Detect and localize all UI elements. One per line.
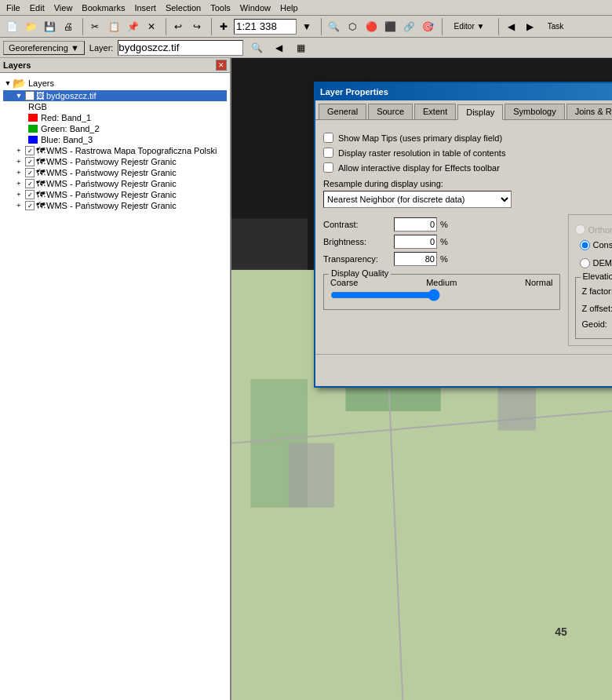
menu-selection[interactable]: Selection — [161, 2, 206, 14]
layer-green[interactable]: Green: Band_2 — [3, 123, 227, 134]
blue-swatch — [28, 136, 38, 144]
contrast-unit: % — [440, 220, 448, 229]
copy-button[interactable]: 📋 — [105, 18, 122, 35]
nav-button[interactable]: ◀ — [502, 18, 519, 35]
menu-view[interactable]: View — [49, 2, 78, 14]
layer-wms[interactable]: + ✓ 🗺 WMS - Państwowy Rejestr Granic — [3, 167, 227, 178]
separator2 — [163, 18, 166, 35]
expand-icon-wms: + — [14, 168, 24, 177]
contrast-input[interactable] — [394, 217, 437, 232]
redo-button[interactable]: ↪ — [188, 18, 206, 35]
contrast-row: Contrast: % — [323, 217, 560, 232]
add-data-button[interactable]: ✚ — [215, 18, 232, 35]
tab-extent[interactable]: Extent — [414, 104, 456, 119]
save-button[interactable]: 💾 — [41, 18, 58, 35]
layer-wms[interactable]: + ✓ 🗺 WMS - Państwowy Rejestr Granic — [3, 200, 227, 211]
display-raster-checkbox[interactable] — [323, 148, 333, 158]
layer-wms[interactable]: + ✓ 🗺 WMS - Państwowy Rejestr Granic — [3, 156, 227, 167]
menu-window[interactable]: Window — [235, 2, 275, 14]
tool5[interactable]: 🔗 — [400, 18, 417, 35]
menu-bookmarks[interactable]: Bookmarks — [77, 2, 129, 14]
quality-slider[interactable] — [330, 289, 440, 301]
quality-labels: Coarse Medium Normal — [330, 278, 553, 287]
checkbox-wms[interactable]: ✓ — [25, 190, 35, 199]
blue-label: Blue: Band_3 — [41, 135, 93, 144]
tool3[interactable]: 🔴 — [362, 18, 380, 35]
tab-symbology[interactable]: Symbology — [505, 104, 564, 119]
transparency-input[interactable] — [394, 252, 437, 266]
const-elev-row: Constant elevation: — [575, 238, 613, 252]
layer-root-group[interactable]: ▼ 📂 Layers — [3, 76, 227, 90]
menu-tools[interactable]: Tools — [206, 2, 235, 14]
tab-display[interactable]: Display — [457, 104, 503, 120]
quality-medium: Medium — [426, 278, 457, 287]
const-elev-radio[interactable] — [580, 240, 590, 250]
checkbox-wms[interactable]: ✓ — [25, 201, 35, 210]
open-button[interactable]: 📁 — [22, 18, 39, 35]
nav3-button[interactable]: ◀ — [270, 39, 287, 57]
resample-section: Resample during display using: Nearest N… — [323, 179, 612, 208]
layer-bydgoszcz[interactable]: ▼ ✓ 🖼 bydgoszcz.tif — [3, 90, 227, 101]
wms-label: WMS - Państwowy Rejestr Granic — [46, 179, 177, 188]
checkbox-wms[interactable]: ✓ — [25, 146, 35, 155]
delete-button[interactable]: ✕ — [143, 18, 160, 35]
nav4-button[interactable]: ▦ — [292, 39, 309, 57]
dem-radio[interactable] — [580, 258, 590, 268]
menu-edit[interactable]: Edit — [25, 2, 49, 14]
layer-rgb[interactable]: RGB — [3, 101, 227, 112]
georef-bar: Georeferencing ▼ Layer: 🔍 ◀ ▦ — [0, 38, 612, 58]
layer-wms[interactable]: + ✓ 🗺 WMS - Państwowy Rejestr Granic — [3, 178, 227, 189]
tool4[interactable]: ⬛ — [381, 18, 399, 35]
layer-tree: ▼ 📂 Layers ▼ ✓ 🖼 bydgoszcz.tif RGB Red: … — [0, 73, 230, 700]
zoom-layer-button[interactable]: 🔍 — [248, 39, 265, 57]
separator5 — [439, 18, 443, 35]
editor-dropdown[interactable]: Editor ▼ — [446, 18, 493, 35]
layer-properties-dialog: Layer Properties ? ✕ General Source Exte… — [314, 82, 612, 388]
georef-button[interactable]: Georeferencing ▼ — [3, 41, 85, 55]
panel-close-button[interactable]: ✕ — [216, 60, 227, 71]
paste-button[interactable]: 📌 — [124, 18, 141, 35]
checkbox-bydgoszcz[interactable]: ✓ — [25, 91, 35, 100]
dem-label: DEM — [593, 258, 612, 268]
allow-interactive-checkbox[interactable] — [323, 162, 333, 173]
scale-input[interactable] — [234, 19, 297, 35]
cut-button[interactable]: ✂ — [86, 18, 104, 35]
identify-button[interactable]: 🔍 — [325, 18, 342, 35]
separator3 — [209, 18, 212, 35]
layer-blue[interactable]: Blue: Band_3 — [3, 134, 227, 145]
checkbox-wms[interactable]: ✓ — [25, 179, 35, 188]
display-quality-group: Display Quality Coarse Medium Normal — [323, 274, 560, 310]
tool6[interactable]: 🎯 — [419, 18, 436, 35]
checkbox-wms[interactable]: ✓ — [25, 168, 35, 177]
map-area[interactable]: 45 Layer Properties ? ✕ General Source E… — [231, 58, 612, 700]
layer-wms[interactable]: + ✓ 🗺 WMS - Państwowy Rejestr Granic — [3, 189, 227, 200]
brightness-unit: % — [440, 237, 448, 246]
display-quality-title: Display Quality — [329, 268, 391, 278]
dialog-content: Show Map Tips (uses primary display fiel… — [315, 120, 612, 354]
tool2[interactable]: ⬡ — [344, 18, 361, 35]
tab-general[interactable]: General — [319, 104, 366, 119]
task-button[interactable]: Task — [540, 18, 571, 35]
undo-button[interactable]: ↩ — [169, 18, 187, 35]
menu-help[interactable]: Help — [275, 2, 303, 14]
new-button[interactable]: 📄 — [3, 18, 20, 35]
dialog-titlebar: Layer Properties ? ✕ — [315, 83, 612, 100]
layer-red[interactable]: Red: Band_1 — [3, 112, 227, 123]
tab-source[interactable]: Source — [368, 104, 413, 119]
scale-dropdown[interactable]: ▼ — [298, 18, 315, 35]
show-map-tips-checkbox[interactable] — [323, 133, 333, 143]
resample-label: Resample during display using: — [323, 179, 612, 188]
layer-wms[interactable]: + ✓ 🗺 WMS - Rastrowa Mapa Topograficzna … — [3, 145, 227, 156]
menu-insert[interactable]: Insert — [129, 2, 161, 14]
toolbar: 📄 📁 💾 🖨 ✂ 📋 📌 ✕ ↩ ↪ ✚ ▼ 🔍 ⬡ 🔴 ⬛ 🔗 🎯 Edit… — [0, 16, 612, 38]
nav2-button[interactable]: ▶ — [521, 18, 538, 35]
tab-joins[interactable]: Joins & Relates — [566, 104, 612, 119]
checkbox-wms[interactable]: ✓ — [25, 157, 35, 166]
ortho-radio[interactable] — [575, 224, 585, 235]
separator — [80, 18, 83, 35]
print-button[interactable]: 🖨 — [60, 18, 77, 35]
brightness-input[interactable] — [394, 235, 437, 249]
layer-combo[interactable] — [118, 40, 243, 56]
resample-combo[interactable]: Nearest Neighbor (for discrete data) — [323, 191, 512, 208]
menu-file[interactable]: File — [2, 2, 25, 14]
